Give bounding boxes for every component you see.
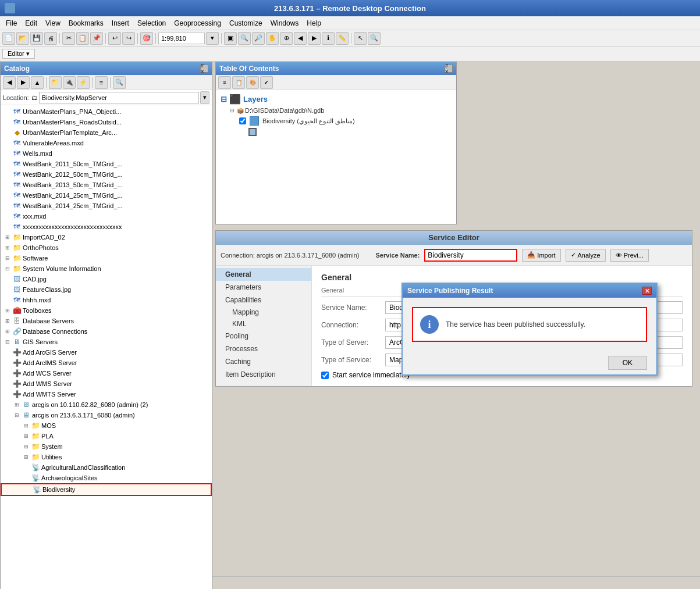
cat-search-btn[interactable]: 🔍 [113,76,126,89]
tree-item-arcgis1[interactable]: ⊞ 🖥 arcgis on 10.110.62.82_6080 (admin) … [1,399,212,410]
expand-icon[interactable]: ⊟ [12,410,22,420]
tree-item-wells[interactable]: 🗺 Wells.mxd [1,148,212,159]
tree-item-gisservers[interactable]: ⊟ 🖥 GIS Servers [1,337,212,347]
new-btn[interactable]: 📄 [2,32,15,45]
full-extent-btn[interactable]: ⊕ [280,32,293,45]
toc-layers-btn[interactable]: ≡ [218,76,231,89]
tree-item-xxx[interactable]: 🗺 xxx.mxd [1,211,212,222]
cut-btn[interactable]: ✂ [62,32,75,45]
cat-view-btn[interactable]: ≡ [95,76,108,89]
service-name-input[interactable] [424,249,517,262]
nav-caching[interactable]: Caching [216,355,311,368]
copy-btn[interactable]: 📋 [76,32,89,45]
tree-item-biodiversity[interactable]: 📡 Biodiversity [1,483,212,496]
nav-capabilities[interactable]: Capabilities [216,294,311,306]
cat-fwd-btn[interactable]: ▶ [17,76,30,89]
scale-input[interactable] [158,33,205,44]
fwd-btn[interactable]: ▶ [308,32,321,45]
menu-customize[interactable]: Customize [226,18,266,28]
tree-item-westbank201425a[interactable]: 🗺 WestBank_2014_25cm_TMGrid_... [1,190,212,201]
nav-general[interactable]: General [216,268,311,281]
menu-windows[interactable]: Windows [267,18,303,28]
tree-item-sysvolinfo[interactable]: ⊟ 📁 System Volume Information [1,263,212,274]
tree-item-agricultural[interactable]: 📡 AgriculturalLandClassification [1,462,212,473]
nav-item-description[interactable]: Item Description [216,368,311,381]
save-btn[interactable]: 💾 [30,32,43,45]
tree-item-addwms[interactable]: ➕ Add WMS Server [1,379,212,389]
print-btn[interactable]: 🖨 [44,32,57,45]
tree-item-addarcims[interactable]: ➕ Add ArcIMS Server [1,358,212,368]
expand-icon[interactable]: ⊞ [22,431,31,441]
cat-back-btn[interactable]: ◀ [3,76,16,89]
select-btn[interactable]: ▣ [224,32,237,45]
open-btn[interactable]: 📂 [16,32,29,45]
layer-checkbox[interactable] [239,117,246,124]
catalog-pin-btn[interactable]: # × [200,65,208,73]
menu-insert[interactable]: Insert [108,18,133,28]
tree-item-toolboxes[interactable]: ⊞ 🧰 Toolboxes [1,305,212,316]
expand-icon[interactable]: ⊞ [12,400,22,409]
toc-source-btn[interactable]: 📋 [232,76,245,89]
expand-icon[interactable]: ⊞ [3,327,12,336]
cat-folder-btn[interactable]: 📁 [49,76,62,89]
expand-icon[interactable]: ⊞ [3,316,12,326]
tree-item-cad[interactable]: 🖼 CAD.jpg [1,274,212,284]
editor-dropdown[interactable]: Editor ▾ [2,49,35,59]
zoom-out-btn[interactable]: 🔎 [252,32,265,45]
expand-icon[interactable]: ⊞ [22,421,31,430]
menu-selection[interactable]: Selection [134,18,169,28]
expand-icon[interactable]: ⊞ [3,306,12,315]
toc-drawing-btn[interactable]: 🎨 [246,76,259,89]
tree-item-urbanmaster1[interactable]: 🗺 UrbanMasterPlans_PNA_Objecti... [1,106,212,117]
tree-item-westbank201425b[interactable]: 🗺 WestBank_2014_25cm_TMGrid_... [1,201,212,211]
zoom-in-btn[interactable]: 🔍 [238,32,251,45]
expand-icon[interactable]: ⊟ [3,264,12,273]
redo-btn[interactable]: ↪ [122,32,135,45]
back-btn[interactable]: ◀ [294,32,307,45]
menu-view[interactable]: View [42,18,64,28]
menu-bookmarks[interactable]: Bookmarks [65,18,107,28]
tree-item-featureclass[interactable]: 🖼 FeatureClass.jpg [1,284,212,295]
tree-item-westbank2012[interactable]: 🗺 WestBank_2012_50cm_TMGrid_... [1,169,212,180]
pan-btn[interactable]: ✋ [266,32,279,45]
tree-item-addwmts[interactable]: ➕ Add WMTS Server [1,389,212,399]
nav-mapping[interactable]: Mapping [216,306,311,318]
nav-processes[interactable]: Processes [216,342,311,355]
cat-connect-btn[interactable]: 🔌 [63,76,76,89]
analyze-btn[interactable]: ✓ Analyze [566,249,606,262]
tree-item-system[interactable]: ⊞ 📁 System [1,441,212,452]
tree-item-westbank2013[interactable]: 🗺 WestBank_2013_50cm_TMGrid_... [1,180,212,190]
measure-btn[interactable]: 📏 [336,32,349,45]
scale-dropdown[interactable]: ▾ [206,32,219,45]
expand-icon[interactable]: ⊞ [3,233,12,242]
undo-btn[interactable]: ↩ [108,32,121,45]
preview-btn[interactable]: 👁 Previ... [610,249,649,262]
menu-geoprocessing[interactable]: Geoprocessing [170,18,225,28]
dialog-ok-btn[interactable]: OK [608,356,647,370]
start-service-checkbox[interactable] [321,372,329,379]
expand-icon[interactable]: ⊞ [3,243,12,252]
menu-help[interactable]: Help [303,18,325,28]
tree-item-dbconnections[interactable]: ⊞ 🔗 Database Connections [1,326,212,337]
toc-gdb-row[interactable]: ⊟ 📦 D:\GISData\Data\gdb\N.gdb [218,106,454,115]
tree-item-vulnerable[interactable]: 🗺 VulnerableAreas.mxd [1,138,212,148]
tree-item-westbank2011[interactable]: 🗺 WestBank_2011_50cm_TMGrid_... [1,159,212,169]
tree-item-importcad[interactable]: ⊞ 📁 ImportCAD_02 [1,232,212,242]
cat-up-btn[interactable]: ▲ [31,76,44,89]
toc-selection-btn[interactable]: ✔ [260,76,273,89]
cursor-btn[interactable]: ↖ [354,32,367,45]
find-btn[interactable]: 🔍 [368,32,381,45]
tree-item-addarcgis[interactable]: ➕ Add ArcGIS Server [1,347,212,358]
tree-item-hhhh[interactable]: 🗺 hhhh.mxd [1,295,212,305]
tree-item-xxxx[interactable]: 🗺 xxxxxxxxxxxxxxxxxxxxxxxxxxxxxxx [1,222,212,232]
expand-icon[interactable]: ⊞ [22,442,31,451]
nav-parameters[interactable]: Parameters [216,281,311,294]
identify-btn[interactable]: ℹ [322,32,335,45]
expand-icon[interactable]: ⊞ [22,452,31,462]
tree-item-addwcs[interactable]: ➕ Add WCS Server [1,368,212,379]
tree-item-dbservers[interactable]: ⊞ 🗄 Database Servers [1,316,212,326]
expand-icon[interactable]: ⊟ [3,337,12,347]
tree-item-archaeological[interactable]: 📡 ArchaeologicalSites [1,473,212,483]
cat-disconnect-btn[interactable]: ⚡ [77,76,90,89]
dialog-close-btn[interactable]: ✕ [642,287,652,295]
